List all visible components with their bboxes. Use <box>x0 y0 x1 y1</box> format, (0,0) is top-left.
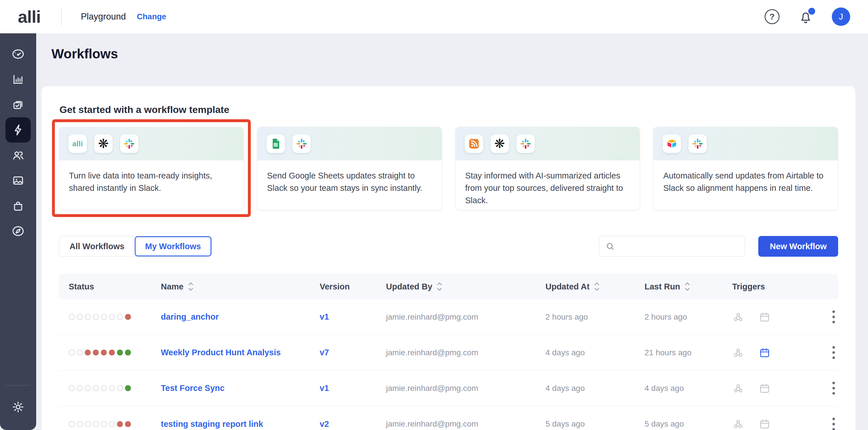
status-dot <box>109 349 115 355</box>
status-dot <box>101 385 107 391</box>
updated-at-cell: 4 days ago <box>546 348 645 357</box>
status-dot <box>93 421 99 427</box>
search-input[interactable] <box>619 238 745 255</box>
version-link[interactable]: v2 <box>320 419 386 429</box>
column-updated-by[interactable]: Updated By <box>386 281 546 292</box>
openai-icon: ❋ <box>491 135 509 153</box>
card-band: ❋ <box>456 127 640 161</box>
column-last-run[interactable]: Last Run <box>645 281 732 292</box>
sidebar-item-workflows[interactable] <box>5 117 31 143</box>
compass-icon <box>11 225 25 238</box>
template-card-sheets-slack[interactable]: Send Google Sheets updates straight to S… <box>257 127 442 210</box>
status-dot <box>117 314 123 320</box>
workflow-name-link[interactable]: daring_anchor <box>161 312 320 322</box>
updated-by-cell: jamie.reinhard@pmg.com <box>386 312 546 322</box>
sidebar-item-explore[interactable] <box>5 219 31 244</box>
column-name[interactable]: Name <box>161 281 320 292</box>
workflow-name-link[interactable]: Test Force Sync <box>161 383 320 393</box>
status-dot <box>85 314 91 320</box>
change-workspace-link[interactable]: Change <box>137 12 166 21</box>
bar-chart-icon <box>11 73 25 86</box>
tab-all-workflows[interactable]: All Workflows <box>59 236 135 256</box>
status-dot <box>77 421 83 427</box>
airtable-icon <box>663 135 681 153</box>
webhook-trigger-icon <box>732 418 744 430</box>
google-sheets-icon <box>267 135 285 153</box>
status-dots <box>69 314 161 320</box>
topbar-divider <box>61 7 62 26</box>
column-version: Version <box>320 282 386 291</box>
sidebar-item-tasks[interactable] <box>5 92 31 117</box>
status-dot <box>93 314 99 320</box>
webhook-trigger-icon <box>732 382 744 394</box>
image-icon <box>11 174 25 187</box>
template-card-rss-openai-slack[interactable]: ❋ Stay informed with AI-summarized artic… <box>455 127 640 210</box>
avatar[interactable]: J <box>832 7 850 26</box>
last-run-cell: 4 days ago <box>645 384 732 393</box>
status-dot <box>125 314 131 320</box>
sort-icon[interactable] <box>188 281 194 292</box>
calendar-trigger-icon <box>758 347 771 359</box>
card-band <box>653 127 838 161</box>
status-dot <box>109 385 115 391</box>
status-dot <box>85 421 91 427</box>
alli-icon: alli <box>68 135 87 153</box>
workflows-panel: Get started with a workflow template all… <box>42 86 855 430</box>
template-card-airtable-slack[interactable]: Automatically send updates from Airtable… <box>653 127 838 210</box>
row-menu-button[interactable] <box>829 380 838 396</box>
updated-at-cell: 4 days ago <box>546 384 645 393</box>
slack-icon <box>120 135 138 153</box>
calendar-trigger-icon <box>758 418 771 430</box>
page-title: Workflows <box>52 46 118 61</box>
row-menu-button[interactable] <box>829 344 838 361</box>
status-dot <box>77 385 83 391</box>
lightning-icon <box>11 123 25 137</box>
sidebar-item-media[interactable] <box>5 168 31 193</box>
table-header: Status Name Version Updated By Updated A… <box>59 274 838 299</box>
sort-icon[interactable] <box>684 281 690 292</box>
status-dot <box>101 349 107 355</box>
column-updated-at[interactable]: Updated At <box>546 281 645 292</box>
card-description: Stay informed with AI-summarized article… <box>456 161 640 207</box>
last-run-cell: 21 hours ago <box>645 348 732 357</box>
status-dot <box>69 385 75 391</box>
slack-icon <box>292 135 311 153</box>
status-dot <box>77 349 83 355</box>
tab-my-workflows[interactable]: My Workflows <box>135 236 211 256</box>
last-run-cell: 2 hours ago <box>645 312 732 322</box>
new-workflow-button[interactable]: New Workflow <box>758 236 838 257</box>
updated-by-cell: jamie.reinhard@pmg.com <box>386 348 546 357</box>
sidebar-item-settings[interactable] <box>5 394 31 420</box>
status-dot <box>109 314 115 320</box>
sidebar-item-shopping[interactable] <box>5 193 31 219</box>
status-dot <box>101 314 107 320</box>
sort-icon[interactable] <box>436 281 443 292</box>
workflow-name-link[interactable]: testing staging report link <box>161 419 320 429</box>
card-band <box>257 127 442 161</box>
version-link[interactable]: v7 <box>320 348 386 357</box>
workflow-name-link[interactable]: Weekly Product Hunt Analysis <box>161 348 320 357</box>
table-row: daring_anchor v1 jamie.reinhard@pmg.com … <box>59 299 838 335</box>
sidebar-item-audiences[interactable] <box>5 143 31 168</box>
version-link[interactable]: v1 <box>320 312 386 322</box>
help-icon[interactable]: ? <box>765 9 779 24</box>
template-card-alli-openai-slack[interactable]: alli ❋ Turn live data into team-ready in… <box>59 127 244 210</box>
sort-icon[interactable] <box>594 281 600 292</box>
version-link[interactable]: v1 <box>320 383 386 393</box>
column-triggers: Triggers <box>732 282 829 291</box>
clipboard-check-icon <box>11 98 25 111</box>
row-menu-button[interactable] <box>829 416 838 430</box>
status-dot <box>117 349 123 355</box>
row-menu-button[interactable] <box>829 309 838 325</box>
workflows-toolbar: All Workflows My Workflows New Workflow <box>59 236 838 257</box>
status-dot <box>93 385 99 391</box>
template-cards: alli ❋ Turn live data into team-ready in… <box>59 127 838 210</box>
status-dot <box>117 385 123 391</box>
status-dots <box>69 349 161 355</box>
search-box[interactable] <box>599 236 745 257</box>
sidebar-item-analytics[interactable] <box>5 67 31 92</box>
webhook-trigger-icon <box>732 311 744 323</box>
notifications-button[interactable] <box>798 9 813 24</box>
calendar-trigger-icon <box>758 311 771 323</box>
sidebar-item-dashboard[interactable] <box>5 41 31 67</box>
